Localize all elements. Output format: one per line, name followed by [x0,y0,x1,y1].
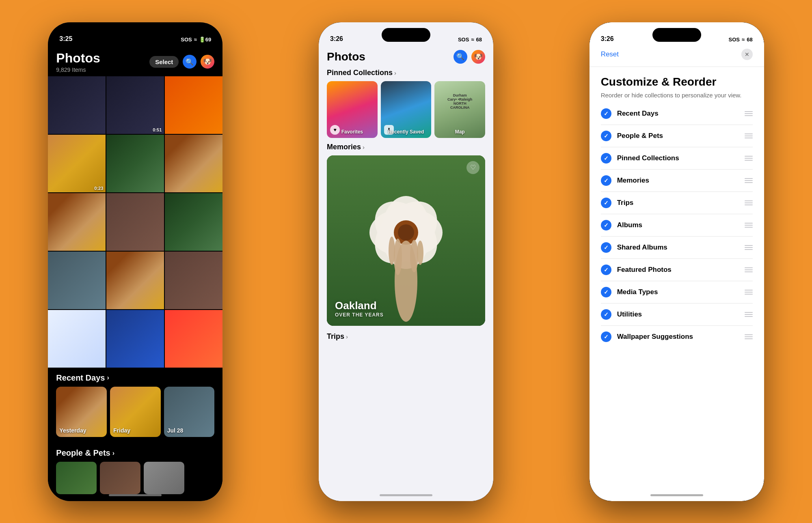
trips-title: Trips [327,332,344,341]
pinned-thumb-recently-saved[interactable]: ⬇ Recently Saved [381,81,432,138]
day-label-friday: Friday [113,427,130,434]
modal-subtitle: Reorder or hide collections to personali… [601,91,753,99]
list-item[interactable]: ✓ Shared Albums [601,237,753,259]
checkmark-icon: ✓ [604,133,609,139]
day-label-jul28: Jul 28 [167,427,184,434]
table-row[interactable]: 0:51 [106,76,164,134]
table-row[interactable] [48,252,106,309]
checkmark-icon: ✓ [604,244,609,251]
check-memories[interactable]: ✓ [601,175,611,186]
check-shared-albums[interactable]: ✓ [601,242,611,253]
drag-handle[interactable] [745,245,753,250]
drag-handle[interactable] [745,111,753,116]
list-item[interactable]: ✓ Utilities [601,303,753,326]
page-title-1: Photos [56,51,149,66]
check-featured-photos[interactable]: ✓ [601,265,611,275]
drag-handle[interactable] [745,156,753,161]
check-albums[interactable]: ✓ [601,220,611,230]
map-location-labels: DurhamCary• •RaleighNORTHCAROLINA [447,93,472,110]
days-row: Yesterday Friday Jul 28 [48,387,222,443]
checkmark-icon: ✓ [604,177,609,184]
pet-thumb-1[interactable] [56,462,97,494]
check-recent-days[interactable]: ✓ [601,108,611,119]
drag-handle[interactable] [745,290,753,295]
pinned-label-map: Map [434,129,485,135]
close-button[interactable]: ✕ [741,49,753,60]
select-button[interactable]: Select [149,56,179,68]
table-row[interactable] [106,252,164,309]
people-pets-header[interactable]: People & Pets › [48,443,222,462]
drag-handle[interactable] [745,178,753,183]
trips-section: Trips › [319,331,493,342]
table-row[interactable] [165,310,222,368]
drag-handle[interactable] [745,200,753,205]
pinned-label-favorites: Favorites [327,129,378,135]
memories-header[interactable]: Memories › [327,143,485,151]
drag-handle[interactable] [745,334,753,339]
check-pinned-collections[interactable]: ✓ [601,153,611,164]
avatar-button-2[interactable]: 🐶 [471,50,485,64]
list-item[interactable]: ✓ Recent Days [601,103,753,125]
table-row[interactable] [165,76,222,134]
status-icons-3: SOS ≈ 68 [729,37,753,43]
list-item[interactable]: ✓ Trips [601,192,753,214]
check-trips[interactable]: ✓ [601,198,611,208]
day-thumb-jul28[interactable]: Jul 28 [164,387,215,437]
drag-handle[interactable] [745,223,753,228]
phone2-header: Photos 🔍 🐶 [319,46,493,67]
day-label-yesterday: Yesterday [59,427,86,434]
day-thumb-friday[interactable]: Friday [110,387,161,437]
pinned-thumb-favorites[interactable]: ♥ Favorites [327,81,378,138]
item-label-memories: Memories [617,176,649,185]
pinned-thumb-map[interactable]: DurhamCary• •RaleighNORTHCAROLINA Map [434,81,485,138]
check-media-types[interactable]: ✓ [601,287,611,297]
pet-thumb-3[interactable] [144,462,184,494]
avatar-button[interactable]: 🐶 [201,55,214,69]
checkmark-icon: ✓ [604,200,609,206]
table-row[interactable] [48,310,106,368]
phone-1: 3:25 SOS ≈ 🔋69 Photos 9,829 Items Select [48,22,222,501]
memories-title: Memories [327,143,361,151]
list-item[interactable]: ✓ Albums [601,214,753,237]
table-row[interactable] [165,193,222,251]
table-row[interactable] [48,193,106,251]
pinned-collections-header[interactable]: Pinned Collections › [327,69,485,77]
table-row[interactable] [106,310,164,368]
pet-thumb-2[interactable] [100,462,140,494]
table-row[interactable] [106,135,164,192]
day-thumb-yesterday[interactable]: Yesterday [56,387,107,437]
drag-handle[interactable] [745,133,753,138]
table-row[interactable] [48,76,106,134]
check-people-pets[interactable]: ✓ [601,131,611,141]
recent-days-header[interactable]: Recent Days › [48,368,222,387]
list-item[interactable]: ✓ Wallpaper Suggestions [601,326,753,348]
drag-handle[interactable] [745,267,753,272]
list-item[interactable]: ✓ Featured Photos [601,259,753,281]
list-item[interactable]: ✓ Memories [601,170,753,192]
search-button-2[interactable]: 🔍 [454,50,467,64]
check-utilities[interactable]: ✓ [601,309,611,320]
memory-card[interactable]: ♡ Oakland OVER THE YEARS [327,155,485,326]
list-item[interactable]: ✓ Media Types [601,281,753,303]
item-label-albums: Albums [617,221,642,229]
list-item[interactable]: ✓ People & Pets [601,125,753,147]
item-label-wallpaper: Wallpaper Suggestions [617,333,693,341]
table-row[interactable] [165,135,222,192]
list-item[interactable]: ✓ Pinned Collections [601,147,753,170]
table-row[interactable] [106,193,164,251]
drag-handle[interactable] [745,312,753,317]
pinned-label-recently-saved: Recently Saved [381,129,432,135]
item-label-pinned-collections: Pinned Collections [617,154,679,162]
search-button[interactable]: 🔍 [183,55,197,69]
checkmark-icon: ✓ [604,289,609,295]
check-wallpaper[interactable]: ✓ [601,331,611,342]
reset-button[interactable]: Reset [601,50,619,58]
memory-location: Oakland [335,299,384,312]
phone1-screen-content: Photos 9,829 Items Select 🔍 🐶 [48,46,222,501]
table-row[interactable] [165,252,222,309]
recent-days-chevron: › [107,374,109,381]
checkmark-icon: ✓ [604,155,609,161]
wifi-icon-2: ≈ [471,37,474,43]
table-row[interactable]: 0:23 [48,135,106,192]
checkmark-icon: ✓ [604,267,609,273]
